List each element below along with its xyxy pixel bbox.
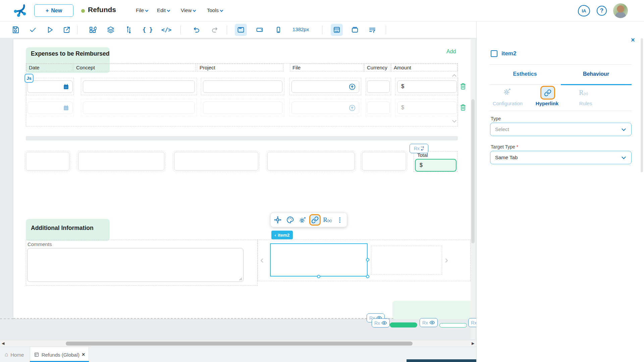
save-button[interactable] bbox=[9, 24, 21, 36]
hidden-outline-element[interactable] bbox=[439, 323, 467, 327]
app-logo-icon[interactable] bbox=[12, 3, 27, 18]
rx-expression-badge[interactable]: Rx −xaˮ bbox=[410, 144, 428, 153]
rules-label[interactable]: Rules bbox=[572, 101, 599, 106]
empty-cell[interactable] bbox=[267, 152, 355, 171]
calendar-icon[interactable] bbox=[63, 83, 69, 90]
ia-assistant-icon[interactable]: IA bbox=[578, 5, 590, 16]
canvas-horizontal-scrollbar[interactable]: ◀ ▶ bbox=[0, 340, 476, 347]
scroll-left-icon[interactable]: ◀ bbox=[2, 341, 4, 346]
menu-view[interactable]: View bbox=[181, 7, 196, 13]
rules-button[interactable]: R(x) bbox=[322, 214, 333, 226]
hyperlink-label[interactable]: Hyperlink bbox=[530, 101, 564, 106]
menu-tools[interactable]: Tools bbox=[207, 7, 223, 13]
layout-template-button[interactable] bbox=[331, 24, 343, 36]
source-code-button[interactable]: </> bbox=[160, 24, 172, 36]
desktop-view-button[interactable] bbox=[235, 24, 247, 36]
target-type-select[interactable]: Same Tab bbox=[490, 151, 632, 164]
comments-cell[interactable]: Comments bbox=[26, 240, 258, 286]
container-button[interactable] bbox=[349, 24, 361, 36]
total-field[interactable]: $ bbox=[415, 159, 457, 172]
style-palette-button[interactable] bbox=[284, 214, 296, 226]
form-page[interactable]: Expenses to be Reimbursed Add Date Conce… bbox=[13, 39, 471, 319]
amount-input[interactable]: $ bbox=[397, 102, 457, 114]
delete-row-icon[interactable] bbox=[460, 82, 466, 90]
layers-button[interactable] bbox=[105, 24, 117, 36]
move-element-button[interactable] bbox=[272, 214, 283, 226]
total-cell[interactable]: Total $ bbox=[414, 151, 458, 172]
tablet-view-button[interactable] bbox=[254, 24, 266, 36]
publish-button[interactable] bbox=[61, 24, 73, 36]
canvas-vertical-scrollbar[interactable] bbox=[471, 39, 475, 339]
resize-handle-right[interactable] bbox=[366, 258, 369, 261]
configuration-icon[interactable] bbox=[503, 87, 512, 96]
close-tab-icon[interactable]: × bbox=[82, 352, 85, 358]
rules-icon[interactable]: R(x) bbox=[579, 88, 588, 97]
column-header-date[interactable]: Date bbox=[26, 64, 72, 71]
upload-icon[interactable] bbox=[348, 83, 356, 90]
close-panel-icon[interactable]: × bbox=[631, 37, 635, 43]
undo-button[interactable] bbox=[191, 24, 203, 36]
column-header-concept[interactable]: Concept bbox=[73, 64, 196, 71]
column-header-file[interactable]: File bbox=[290, 64, 364, 71]
project-input[interactable] bbox=[203, 102, 282, 114]
resize-grip-icon[interactable] bbox=[239, 277, 242, 281]
scrollbar-thumb[interactable] bbox=[66, 342, 413, 346]
carousel-prev-icon[interactable]: ‹ bbox=[260, 255, 264, 265]
settings-button[interactable] bbox=[297, 214, 308, 226]
canvas-width-value[interactable]: 1382px bbox=[292, 26, 309, 32]
carousel-next-icon[interactable]: › bbox=[445, 255, 448, 265]
run-button[interactable] bbox=[44, 24, 56, 36]
item2-breadcrumb-tag[interactable]: ‹ item2 bbox=[271, 231, 293, 239]
new-button[interactable]: + New bbox=[34, 4, 73, 17]
resize-handle-bottom[interactable] bbox=[317, 275, 320, 278]
help-icon[interactable]: ? bbox=[597, 6, 607, 16]
user-avatar[interactable] bbox=[613, 3, 628, 18]
carousel-item-next[interactable] bbox=[371, 246, 442, 275]
redo-button[interactable] bbox=[209, 24, 221, 36]
widgets-button[interactable] bbox=[87, 24, 99, 36]
filter-button[interactable] bbox=[366, 24, 378, 36]
type-select[interactable]: Select bbox=[490, 123, 632, 136]
delete-row-icon[interactable] bbox=[460, 104, 466, 111]
empty-cell[interactable] bbox=[78, 152, 164, 171]
tab-refunds-global[interactable]: Refunds (Global) × bbox=[30, 347, 89, 362]
tab-behaviour[interactable]: Behaviour bbox=[560, 71, 632, 77]
js-script-badge[interactable]: Js bbox=[24, 74, 34, 83]
comments-textarea[interactable] bbox=[27, 248, 244, 282]
date-input[interactable] bbox=[28, 102, 73, 114]
panel-scrollbar[interactable] bbox=[641, 38, 643, 172]
mobile-view-button[interactable] bbox=[272, 24, 284, 36]
menu-file[interactable]: File bbox=[136, 7, 148, 13]
file-input[interactable] bbox=[291, 80, 359, 93]
column-header-project[interactable]: Project bbox=[197, 64, 283, 71]
project-input[interactable] bbox=[203, 80, 282, 93]
element-checkbox[interactable] bbox=[491, 50, 497, 57]
tab-esthetics[interactable]: Esthetics bbox=[489, 71, 560, 77]
resize-handle-corner[interactable] bbox=[366, 275, 369, 278]
menu-edit[interactable]: Edit bbox=[157, 7, 170, 13]
more-options-button[interactable]: ⋮ bbox=[334, 214, 345, 226]
concept-input[interactable] bbox=[83, 102, 195, 114]
hyperlink-icon-active[interactable] bbox=[540, 86, 555, 100]
hyperlink-button-active[interactable] bbox=[309, 214, 321, 226]
column-header-currency[interactable]: Currency bbox=[364, 64, 390, 71]
selected-item2-element[interactable] bbox=[270, 243, 368, 277]
rx-visibility-badge[interactable]: Rx bbox=[468, 318, 476, 327]
hidden-button-element[interactable] bbox=[390, 322, 417, 327]
add-row-button[interactable]: Add bbox=[446, 49, 456, 55]
tabbar-scroll-thumb[interactable] bbox=[407, 359, 476, 362]
date-input[interactable] bbox=[28, 80, 73, 93]
currency-input[interactable] bbox=[367, 80, 390, 93]
integrations-button[interactable] bbox=[123, 24, 135, 36]
currency-input[interactable] bbox=[367, 102, 390, 114]
configuration-label[interactable]: Configuration bbox=[485, 101, 530, 106]
rx-visibility-badge[interactable]: Rx bbox=[420, 318, 438, 327]
column-header-amount[interactable]: Amount bbox=[391, 64, 458, 71]
expressions-button[interactable]: { } bbox=[142, 24, 154, 36]
empty-cell[interactable] bbox=[174, 152, 258, 171]
empty-cell[interactable] bbox=[362, 152, 406, 171]
scroll-right-icon[interactable]: ▶ bbox=[472, 341, 474, 346]
file-input[interactable] bbox=[291, 102, 359, 114]
validate-button[interactable] bbox=[27, 24, 39, 36]
rx-visibility-badge[interactable]: Rx bbox=[372, 318, 390, 327]
